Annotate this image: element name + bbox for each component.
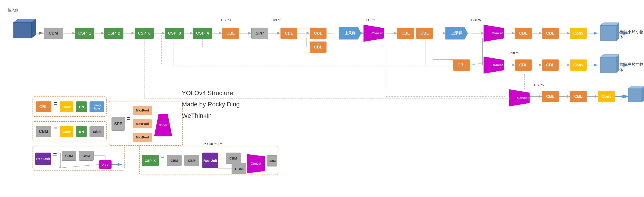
spp-concat-shape: Concat xyxy=(154,114,172,136)
input-cube xyxy=(9,18,36,41)
yolo-subtitle: Made by Rocky Ding xyxy=(182,99,240,110)
svg-text:Concat: Concat xyxy=(517,96,529,100)
csp-concat-shape: Concat xyxy=(247,154,265,173)
block-conv-med: Conv xyxy=(570,60,587,71)
legend-cbl-label: CBL xyxy=(36,102,52,112)
block-cbl-large-1: CBL xyxy=(542,91,559,102)
legend-mish: Mish xyxy=(90,126,104,137)
csp-legend-box: Res Unit * X个 CSP_X = CBM CBM Res Unit C… xyxy=(139,146,278,175)
output-small-cube xyxy=(597,22,619,44)
legend-spp-equals: = xyxy=(127,115,130,122)
legend-cbl-equals: = xyxy=(54,100,57,107)
legend-bn: BN xyxy=(76,102,87,112)
block-cbl-large-2: CBL xyxy=(570,91,587,102)
block-csp8-first: CSP_8 xyxy=(135,28,154,39)
block-csp1: CSP_1 xyxy=(75,28,94,39)
svg-text:Concat: Concat xyxy=(371,31,383,35)
svg-marker-66 xyxy=(616,54,619,73)
legend-leaky: Leaky Relu xyxy=(90,102,104,112)
svg-text:Concat: Concat xyxy=(492,63,503,67)
yolo-info-block: YOLOv4 Structure Made by Rocky Ding WeTh… xyxy=(182,88,240,122)
cbl-legend-box: CBL = Conv BN Leaky Relu xyxy=(32,96,106,117)
spp-legend-box: SPP = MaxPool MaxPool MaxPool Concat xyxy=(109,101,183,146)
annotation-cbl5-med: CBL*5 xyxy=(509,51,519,55)
concat-2-shape: Concat xyxy=(484,25,504,42)
concat-med-shape: Concat xyxy=(484,56,504,74)
svg-marker-69 xyxy=(628,89,642,102)
output-small-label: 检测小尺寸物体 xyxy=(619,29,644,40)
annotation-cbl5-large: CBL*5 xyxy=(534,83,544,87)
block-cbl-med-3: CBL xyxy=(542,60,559,71)
yolo-title: YOLOv4 Structure xyxy=(182,88,240,99)
block-cbl-1: CBL xyxy=(222,28,239,39)
legend-conv: Conv xyxy=(60,102,74,112)
svg-marker-64 xyxy=(600,57,616,73)
legend-spp: SPP xyxy=(112,117,125,130)
svg-marker-71 xyxy=(642,86,644,102)
block-upsample-1: 上采样 xyxy=(339,27,361,40)
block-csp4: CSP_4 xyxy=(193,28,212,39)
svg-line-76 xyxy=(60,164,99,168)
block-spp: SPP xyxy=(251,28,268,39)
legend-maxpool-2: MaxPool xyxy=(133,119,152,128)
output-medium-cube xyxy=(597,54,619,76)
legend-cbm-bn: BN xyxy=(76,126,87,137)
block-cbl-branch: CBL xyxy=(310,42,326,53)
svg-marker-70 xyxy=(628,86,644,89)
legend-cbm-label: CBM xyxy=(36,126,52,137)
svg-line-114 xyxy=(470,63,484,65)
block-cbl-2: CBL xyxy=(280,28,297,39)
annotation-cbl3-2: CBL*3 xyxy=(272,18,281,22)
svg-text:Concat: Concat xyxy=(251,162,262,165)
input-label: 输入侧 xyxy=(8,8,18,12)
svg-marker-59 xyxy=(600,25,616,41)
res-unit-legend-box: Res Unit = CBM CBM Add xyxy=(32,146,124,170)
legend-cbm-equals: = xyxy=(54,124,57,132)
yolo-org: WeThinkIn xyxy=(182,110,240,122)
diagram: 输入侧 CBM CSP_1 CSP_2 CSP_8 CSP_8 CSP_4 CB… xyxy=(0,0,644,197)
block-csp8-second: CSP_8 xyxy=(165,28,184,39)
res-unit-x-label: Res Unit * X个 xyxy=(202,142,222,146)
block-conv-top: Conv xyxy=(570,28,587,39)
output-large-cube xyxy=(625,85,644,106)
svg-marker-52 xyxy=(14,22,32,38)
block-upsample-2: 上采样 xyxy=(446,27,468,40)
block-cbl-top-1: CBL xyxy=(515,28,532,39)
legend-cbm-conv: Conv xyxy=(60,126,74,137)
legend-maxpool-1: MaxPool xyxy=(133,106,152,115)
concat-1-shape: Concat xyxy=(364,25,384,42)
concat-large-shape: Concat xyxy=(509,89,530,106)
annotation-cbl5-2: CBL*5 xyxy=(471,18,481,22)
block-csp2: CSP_2 xyxy=(104,28,124,39)
legend-csp-cbm5: CBM xyxy=(267,155,277,166)
legend-csp-cbm4: CBM xyxy=(232,163,246,174)
block-conv-large: Conv xyxy=(598,91,615,102)
output-medium-label: 检测中尺寸物体 xyxy=(619,62,644,72)
legend-csp-cbm3: CBM xyxy=(226,152,240,164)
block-cbl-4: CBL xyxy=(397,28,414,39)
block-cbl-5: CBL xyxy=(416,28,433,39)
svg-marker-61 xyxy=(616,23,619,41)
block-cbl-3: CBL xyxy=(310,28,326,39)
block-cbm-main: CBM xyxy=(44,28,63,39)
svg-text:Concat: Concat xyxy=(492,31,503,35)
cbm-legend-box: CBM = Conv BN Mish xyxy=(32,121,106,141)
block-cbl-med-1: CBL xyxy=(453,60,470,71)
block-cbl-med-2: CBL xyxy=(515,60,532,71)
svg-marker-54 xyxy=(32,19,36,38)
annotation-cbl3-1: CBL*3 xyxy=(221,18,231,22)
res-unit-arrows xyxy=(33,146,125,171)
block-cbl-top-2: CBL xyxy=(542,28,559,39)
annotation-cbl5-1: CBL*5 xyxy=(366,18,376,22)
svg-text:Concat: Concat xyxy=(159,124,169,127)
legend-maxpool-3: MaxPool xyxy=(133,133,152,142)
